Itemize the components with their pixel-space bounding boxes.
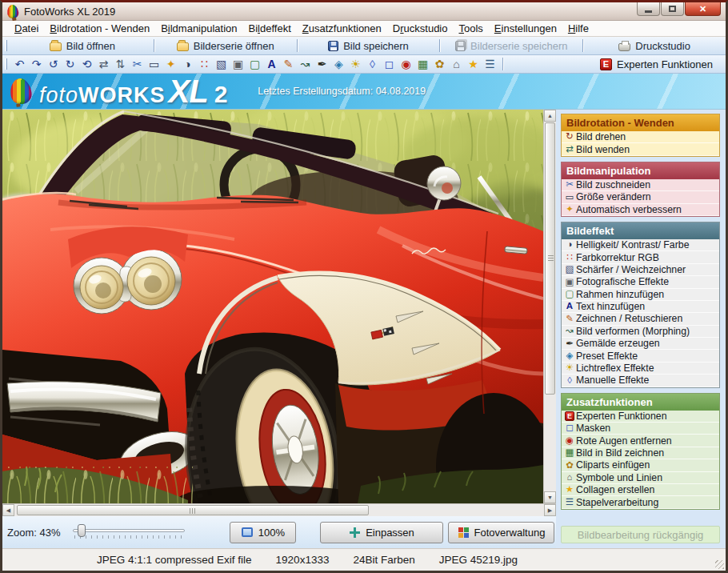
brightness-contrast-item[interactable]: ◑Helligkeit/ Kontrast/ Farbe bbox=[562, 239, 719, 251]
maximize-button[interactable] bbox=[661, 2, 684, 16]
expert-functions-button[interactable]: E Experten Funktionen bbox=[600, 58, 713, 70]
open-image-button[interactable]: Bild öffnen bbox=[11, 37, 154, 54]
picture-in-picture-item[interactable]: ▦Bild in Bild zeichnen bbox=[562, 447, 719, 459]
rgb-correction-item[interactable]: ∷Farbkorrektur RGB bbox=[562, 251, 719, 263]
rotate-cw-icon[interactable]: ↻ bbox=[62, 57, 78, 72]
expert-functions-item[interactable]: EExperten Funktionen bbox=[562, 411, 719, 423]
scroll-up-button[interactable]: ▲ bbox=[544, 110, 556, 122]
rotate-image-item[interactable]: ↻Bild drehen bbox=[562, 131, 719, 143]
menu-zusatzfunktionen[interactable]: Zusatzfunktionen bbox=[297, 22, 387, 35]
flip-vertical-icon[interactable]: ⇅ bbox=[113, 57, 128, 72]
rotate-ccw-icon[interactable]: ↺ bbox=[46, 57, 61, 72]
batch-processing-item[interactable]: ☰Stapelverarbeitung bbox=[562, 496, 719, 508]
menu-bildeffekt[interactable]: Bildeffekt bbox=[243, 22, 297, 35]
menu-bildrotation-wenden[interactable]: Bildrotation - Wenden bbox=[44, 22, 155, 35]
menu-bildmanipulation[interactable]: Bildmanipulation bbox=[155, 22, 242, 35]
print-studio-button[interactable]: Druckstudio bbox=[583, 37, 726, 54]
resize-frame-icon[interactable]: ▭ bbox=[146, 57, 162, 72]
rotate-right-icon[interactable]: ↷ bbox=[29, 57, 44, 72]
morph-icon[interactable]: ↝ bbox=[298, 57, 313, 72]
photo-effects-camera-icon[interactable]: ▣ bbox=[230, 57, 246, 72]
horizontal-scrollbar[interactable]: ◀ ▶ bbox=[2, 503, 556, 516]
crop-scissors-icon[interactable]: ✂ bbox=[130, 57, 145, 72]
menu-tools[interactable]: Tools bbox=[453, 22, 488, 35]
sharpen-icon[interactable]: ▧ bbox=[214, 57, 229, 72]
photographic-effects-item[interactable]: ▣Fotografische Effekte bbox=[562, 276, 719, 288]
light-reflex-icon[interactable]: ☀ bbox=[348, 57, 363, 72]
vertical-scroll-thumb[interactable] bbox=[545, 122, 555, 395]
mask-icon[interactable]: ◻ bbox=[382, 57, 397, 72]
minimize-button[interactable] bbox=[637, 2, 660, 16]
morphing-item-icon: ↝ bbox=[563, 327, 576, 336]
collage-star-icon[interactable]: ★ bbox=[466, 57, 481, 72]
zoom-slider-thumb[interactable] bbox=[78, 524, 86, 537]
masks-item[interactable]: ◻Masken bbox=[562, 423, 719, 435]
create-collages-item[interactable]: ★Collagen erstellen bbox=[562, 484, 719, 496]
flip-horizontal-icon[interactable]: ⇄ bbox=[96, 57, 111, 72]
add-text-item-icon: A bbox=[563, 302, 576, 311]
light-reflex-item[interactable]: ☀Lichtreflex Effekte bbox=[562, 363, 719, 375]
panel-zusatzfunktionen: ZusatzfunktionenEExperten Funktionen◻Mas… bbox=[561, 393, 720, 510]
scroll-right-button[interactable]: ▶ bbox=[544, 504, 556, 516]
save-image-series-button[interactable]: Bilderserie speichern bbox=[440, 37, 582, 54]
sharpen-blur-item-icon: ▧ bbox=[563, 265, 576, 274]
morphing-item[interactable]: ↝Bild verformen (Morphing) bbox=[562, 326, 719, 338]
batch-processing-icon[interactable]: ☰ bbox=[482, 57, 498, 72]
cliparts-icon[interactable]: ✿ bbox=[432, 57, 447, 72]
remove-red-eye-item-label: Rote Augen entfernen bbox=[576, 435, 672, 447]
scroll-down-button[interactable]: ▼ bbox=[544, 491, 556, 503]
preset-effects-icon[interactable]: ◈ bbox=[331, 57, 346, 72]
picture-in-picture-icon[interactable]: ▦ bbox=[415, 57, 430, 72]
zoom-100-button[interactable]: 100% bbox=[230, 522, 296, 543]
menu-einstellungen[interactable]: Einstellungen bbox=[489, 22, 562, 35]
window-controls: ✕ bbox=[636, 2, 721, 16]
resize-grip-icon[interactable] bbox=[715, 560, 724, 569]
sharpen-blur-item[interactable]: ▧Schärfer / Weichzeichner bbox=[562, 264, 719, 276]
batch-processing-item-icon: ☰ bbox=[563, 498, 576, 507]
crop-image-item-label: Bild zuschneiden bbox=[576, 179, 650, 190]
auto-enhance-item[interactable]: ✦Automatisch verbessern bbox=[562, 204, 719, 216]
add-frame-item[interactable]: ▢Rahmen hinzufügen bbox=[562, 289, 719, 301]
rgb-correction-icon[interactable]: ∷ bbox=[197, 57, 212, 72]
symbols-lines-icon[interactable]: ⌂ bbox=[449, 57, 464, 72]
add-text-icon[interactable]: A bbox=[264, 57, 279, 72]
photo-canvas[interactable] bbox=[2, 110, 543, 503]
preset-effects-item[interactable]: ◈Preset Effekte bbox=[562, 350, 719, 362]
frame100-icon bbox=[242, 527, 253, 537]
red-eye-icon[interactable]: ◉ bbox=[398, 57, 414, 72]
brand-logo: fotoWORKSXL2 bbox=[39, 74, 227, 110]
painting-item[interactable]: ✒Gemälde erzeugen bbox=[562, 338, 719, 350]
manual-effects-icon[interactable]: ◊ bbox=[365, 57, 380, 72]
auto-enhance-wand-icon[interactable]: ✦ bbox=[163, 57, 178, 72]
menu-druckstudio[interactable]: Druckstudio bbox=[387, 22, 454, 35]
draw-retouch-icon[interactable]: ✎ bbox=[281, 57, 296, 72]
add-frame-icon[interactable]: ▢ bbox=[247, 57, 262, 72]
crop-image-item[interactable]: ✂Bild zuschneiden bbox=[562, 179, 719, 191]
painting-pen-icon[interactable]: ✒ bbox=[314, 57, 330, 72]
fit-view-button[interactable]: Einpassen bbox=[320, 522, 443, 543]
photo-management-button[interactable]: Fotoverwaltung bbox=[448, 522, 554, 543]
undo-editing-button[interactable]: Bildbearbeitung rückgängig bbox=[561, 526, 720, 543]
resize-image-item[interactable]: ▭Größe verändern bbox=[562, 191, 719, 203]
menu-datei[interactable]: Datei bbox=[9, 22, 44, 35]
open-image-series-button[interactable]: Bilderserie öffnen bbox=[154, 37, 297, 54]
menu-hilfe[interactable]: Hilfe bbox=[562, 22, 594, 35]
manual-effects-item[interactable]: ◊Manuelle Effekte bbox=[562, 375, 719, 387]
close-button[interactable]: ✕ bbox=[685, 2, 721, 16]
symbols-lines-item[interactable]: ⌂Symbole und Linien bbox=[562, 472, 719, 484]
zoom-slider[interactable] bbox=[73, 523, 185, 542]
brightness-contrast-icon[interactable]: ◑ bbox=[180, 57, 195, 72]
scroll-left-button[interactable]: ◀ bbox=[2, 504, 14, 516]
add-text-item[interactable]: AText hinzufügen bbox=[562, 301, 719, 313]
draw-retouch-item[interactable]: ✎Zeichnen / Retuschieren bbox=[562, 313, 719, 325]
rotate-180-icon[interactable]: ⟲ bbox=[79, 57, 94, 72]
panel-header: Bildrotation - Wenden bbox=[562, 114, 719, 131]
vertical-scrollbar[interactable]: ▲ ▼ bbox=[543, 110, 556, 503]
save-image-button[interactable]: Bild speichern bbox=[298, 37, 440, 54]
remove-red-eye-item[interactable]: ◉Rote Augen entfernen bbox=[562, 435, 719, 447]
flip-image-item[interactable]: ⇄Bild wenden bbox=[562, 143, 719, 155]
horizontal-scroll-thumb[interactable] bbox=[17, 505, 369, 515]
insert-cliparts-item[interactable]: ✿Cliparts einfügen bbox=[562, 459, 719, 471]
rotate-left-icon[interactable]: ↶ bbox=[12, 57, 27, 72]
zoom-slider-track[interactable] bbox=[73, 529, 185, 532]
